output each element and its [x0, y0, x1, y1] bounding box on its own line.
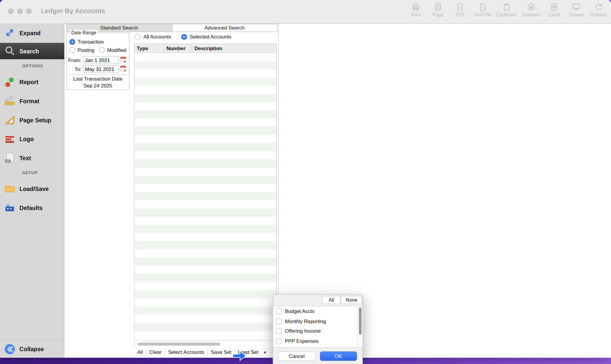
popup-all-button[interactable]: All — [322, 296, 340, 304]
all-button[interactable]: All — [134, 349, 146, 355]
ppp-expenses-checkbox[interactable] — [276, 338, 282, 344]
offering-income-checkbox[interactable] — [276, 328, 282, 334]
modified-radio-row: Modified — [99, 47, 126, 53]
from-calendar-icon[interactable] — [120, 56, 126, 65]
building-icon — [0, 201, 19, 214]
list-item-label: PPP Expenses — [285, 338, 319, 344]
from-date-input[interactable] — [83, 56, 119, 64]
transaction-radio-label: Transaction — [78, 39, 104, 45]
sidebar-item-format[interactable]: Format — [0, 92, 64, 111]
toolbar-refresh-button[interactable]: Refresh — [590, 3, 607, 17]
divider — [69, 74, 126, 75]
toolbar-print-button[interactable]: Print — [407, 3, 424, 17]
toolbar-item-label: Clipboard — [496, 12, 516, 17]
mouse-cursor — [232, 350, 247, 362]
toolbar-page-button[interactable]: Page — [430, 3, 447, 17]
toolbar-pdf-button[interactable]: PDF PDF — [452, 3, 469, 17]
sidebar-item-page-setup[interactable]: Page Setup — [0, 111, 64, 129]
toolbar-screen-button[interactable]: Screen — [568, 3, 585, 17]
toolbar-text-file-button[interactable]: TXT Text File — [474, 3, 491, 17]
minimize-button[interactable] — [17, 9, 22, 14]
sidebar-item-label: Page Setup — [19, 117, 51, 123]
toolbar-item-label: Screen — [569, 12, 584, 17]
sidebar-item-report[interactable]: Report — [0, 73, 64, 92]
sidebar-item-load-save[interactable]: Load/Save — [0, 179, 64, 198]
sidebar-item-search[interactable]: Search — [0, 43, 64, 59]
sidebar-item-logo[interactable]: Logo — [0, 129, 64, 149]
cancel-button[interactable]: Cancel — [278, 351, 316, 361]
search-icon — [0, 45, 19, 57]
sidebar-item-label: Load/Save — [19, 185, 49, 192]
svg-text:PDF: PDF — [459, 7, 463, 9]
search-tabbar: Standard Search Advanced Search — [66, 24, 277, 32]
toolbar-clipboard-button[interactable]: Clipboard — [496, 3, 516, 17]
sidebar-item-expand[interactable]: Expand — [0, 24, 64, 41]
sidebar-item-collapse[interactable]: Collapse — [0, 340, 64, 358]
toolbar-numbers-button[interactable]: Numbers — [521, 3, 541, 17]
clear-button[interactable]: Clear — [146, 349, 165, 355]
sidebar-item-defaults[interactable]: Defaults — [0, 198, 64, 217]
last-transaction-date: Sep 24 2025 — [67, 83, 129, 89]
window-title: Ledger By Accounts — [41, 7, 105, 15]
to-date-input[interactable] — [83, 65, 119, 73]
load-set-dropdown-icon[interactable]: ▼ — [263, 350, 267, 354]
select-accounts-button[interactable]: Select Accounts — [165, 349, 208, 355]
refresh-icon — [594, 3, 603, 11]
accounts-table-body — [135, 53, 276, 341]
vertical-scrollbar[interactable] — [357, 306, 362, 347]
screen-icon — [572, 3, 581, 11]
sidebar-item-label: Defaults — [19, 204, 42, 211]
sidebar-item-text[interactable]: TXT Text — [0, 149, 64, 167]
transaction-radio[interactable] — [69, 39, 75, 45]
column-header-number[interactable]: Number — [164, 44, 192, 53]
numbers-icon — [526, 3, 536, 11]
toolbar-item-label: Numbers — [521, 12, 541, 17]
list-item-label: Monthly Reporting — [285, 318, 326, 324]
logo-icon — [0, 133, 19, 145]
accounts-footer: All Clear Select Accounts Save Set Load … — [134, 348, 277, 357]
horizontal-scrollbar-thumb[interactable] — [138, 343, 220, 346]
vertical-scrollbar-thumb[interactable] — [359, 308, 361, 335]
list-item[interactable]: PPP Expenses — [273, 336, 362, 346]
monthly-reporting-checkbox[interactable] — [276, 318, 282, 324]
to-calendar-icon[interactable] — [120, 65, 126, 74]
clipboard-icon — [502, 3, 511, 11]
toolbar-item-label: Refresh — [590, 12, 607, 17]
save-set-button[interactable]: Save Set — [208, 349, 235, 355]
budget-accts-checkbox[interactable] — [276, 308, 282, 314]
horizontal-scrollbar[interactable] — [135, 341, 276, 347]
folder-icon — [0, 182, 19, 195]
list-item[interactable]: Budget Accts — [273, 306, 362, 316]
all-accounts-radio[interactable] — [135, 34, 141, 40]
expand-icon — [0, 27, 19, 39]
accounts-table: Type Number Description — [134, 44, 277, 347]
close-button[interactable] — [8, 9, 13, 14]
load-set-popup: All None Budget Accts Monthly Reporting … — [273, 294, 363, 364]
zoom-button[interactable] — [26, 9, 32, 14]
format-icon — [0, 95, 19, 107]
accounts-table-header: Type Number Description — [135, 44, 276, 53]
popup-none-button[interactable]: None — [341, 296, 362, 304]
text-file-icon: TXT — [478, 3, 487, 11]
posting-radio[interactable] — [69, 47, 75, 53]
from-label: From: — [67, 57, 81, 63]
modified-radio[interactable] — [99, 47, 105, 53]
column-header-type[interactable]: Type — [135, 44, 164, 53]
sidebar-item-label: Format — [19, 98, 39, 104]
tab-advanced-search[interactable]: Advanced Search — [172, 24, 277, 32]
ok-button[interactable]: OK — [320, 351, 357, 361]
saved-sets-list: Budget Accts Monthly Reporting Offering … — [273, 306, 362, 348]
sidebar: Expand Search OPTIONS Report Format — [0, 23, 64, 358]
toolbar-item-label: PDF — [456, 12, 465, 17]
modified-radio-label: Modified — [107, 47, 126, 53]
column-header-description[interactable]: Description — [192, 44, 276, 53]
list-item[interactable]: Monthly Reporting — [273, 316, 362, 326]
pdf-icon: PDF — [456, 3, 465, 11]
list-item-label: Budget Accts — [285, 308, 314, 314]
list-item[interactable]: Offering Income — [273, 326, 362, 336]
page-icon — [433, 3, 443, 11]
selected-accounts-radio[interactable] — [181, 34, 187, 40]
toolbar-excel-button[interactable]: Excel — [546, 3, 563, 17]
page-setup-icon — [0, 114, 19, 126]
text-icon: TXT — [0, 152, 19, 164]
